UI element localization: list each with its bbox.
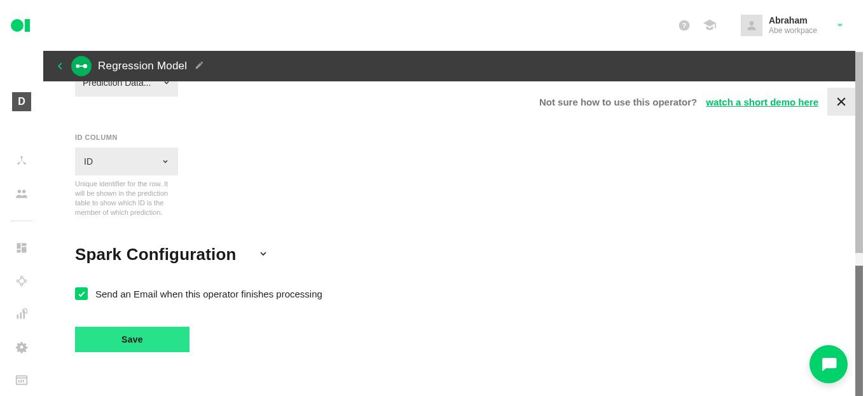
svg-rect-5	[76, 65, 79, 68]
prediction-data-dropdown[interactable]: Prediction Data...	[75, 81, 178, 97]
svg-point-11	[18, 190, 21, 194]
spark-config-title: Spark Configuration	[75, 245, 237, 264]
nav-users-icon[interactable]	[13, 185, 31, 203]
svg-rect-23	[24, 310, 25, 318]
close-hint-button[interactable]	[827, 88, 855, 116]
main-content: Not sure how to use this operator? watch…	[43, 81, 855, 396]
svg-point-12	[22, 190, 25, 194]
svg-rect-21	[17, 315, 19, 319]
id-column-value: ID	[84, 156, 93, 167]
avatar	[741, 15, 762, 36]
operator-node-icon	[71, 56, 92, 76]
svg-point-0	[11, 19, 24, 32]
user-menu[interactable]: Abraham Abe workpace	[728, 15, 844, 36]
nav-analytics-icon[interactable]	[13, 305, 31, 323]
chevron-down-icon	[836, 20, 844, 31]
chevron-down-icon	[162, 158, 169, 165]
user-workspace: Abe workpace	[769, 26, 817, 35]
hint-demo-link[interactable]: watch a short demo here	[706, 97, 818, 107]
academy-icon[interactable]	[703, 18, 717, 32]
svg-point-4	[750, 21, 754, 25]
scrollbar-track[interactable]	[855, 51, 863, 396]
nav-graph-icon[interactable]	[13, 272, 31, 290]
nav-sources-icon[interactable]	[13, 152, 31, 170]
nav-divider	[11, 221, 32, 221]
save-button[interactable]: Save	[75, 327, 189, 352]
help-icon[interactable]: ?	[677, 18, 691, 32]
scrollbar-thumb-lower[interactable]	[855, 266, 863, 396]
top-header: ? Abraham Abe workpace	[0, 0, 868, 51]
nav-dashboard-icon[interactable]	[13, 239, 31, 257]
id-column-label: ID COLUMN	[75, 133, 823, 141]
hint-text: Not sure how to use this operator?	[539, 97, 697, 107]
svg-point-7	[83, 64, 88, 69]
chevron-down-icon	[258, 249, 268, 261]
left-sidebar: D	[0, 51, 43, 396]
edit-title-icon[interactable]	[195, 60, 204, 72]
spark-config-section-toggle[interactable]: Spark Configuration	[75, 245, 823, 264]
svg-point-8	[20, 156, 22, 158]
svg-rect-14	[22, 243, 27, 247]
operator-title: Regression Model	[98, 60, 187, 72]
nav-settings-icon[interactable]	[13, 338, 31, 356]
prediction-data-value: Prediction Data...	[83, 81, 151, 88]
user-name: Abraham	[769, 15, 817, 26]
chevron-down-icon	[163, 81, 170, 86]
id-column-helper: Unique identifier for the row. It will b…	[75, 179, 178, 217]
email-notify-label: Send an Email when this operator finishe…	[95, 289, 322, 299]
email-notify-checkbox[interactable]	[75, 287, 88, 300]
svg-rect-15	[22, 247, 27, 253]
svg-point-18	[20, 277, 22, 278]
svg-text:?: ?	[682, 21, 686, 29]
project-badge[interactable]: D	[12, 92, 31, 111]
nav-code-icon[interactable]	[13, 371, 31, 389]
scrollbar-thumb[interactable]	[855, 52, 863, 253]
chat-support-button[interactable]	[809, 345, 848, 383]
svg-line-28	[20, 379, 22, 383]
svg-rect-16	[17, 250, 21, 253]
svg-rect-1	[25, 19, 30, 32]
svg-rect-22	[20, 313, 22, 319]
back-button[interactable]	[51, 57, 70, 76]
svg-line-25	[27, 313, 28, 314]
editor-header: Regression Model	[43, 51, 855, 81]
id-column-dropdown[interactable]: ID	[75, 147, 178, 175]
brand-logo[interactable]	[10, 14, 33, 37]
svg-rect-13	[17, 243, 21, 249]
